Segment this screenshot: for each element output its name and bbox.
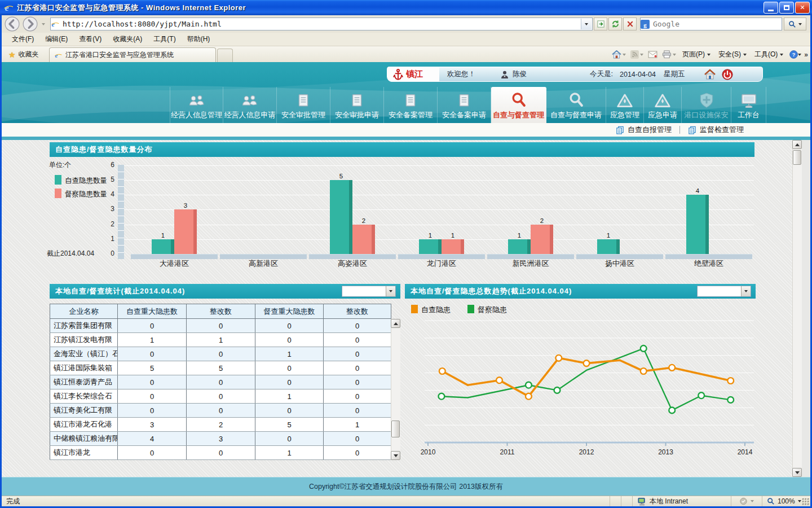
search-box[interactable]: g <box>640 17 782 30</box>
table-row-6[interactable]: 镇江奇美化工有限0000 <box>50 404 391 418</box>
compatibility-view-button[interactable] <box>594 17 607 30</box>
table-scrollbar-track[interactable] <box>391 319 400 460</box>
nav-item-安全审批申请[interactable]: 安全审批申请 <box>330 87 384 123</box>
menu-item-5[interactable]: 帮助(H) <box>182 33 216 46</box>
help-icon: ? <box>789 50 798 59</box>
nav-item-应急管理[interactable]: 应急管理 <box>606 87 644 123</box>
feeds-icon <box>630 50 639 59</box>
table-scroll-down-button[interactable] <box>391 451 400 460</box>
nav-item-应急申请[interactable]: 应急申请 <box>644 87 682 123</box>
resize-grip[interactable] <box>802 498 809 505</box>
back-button[interactable] <box>5 16 20 32</box>
stat-table: 企业名称自查重大隐患数整改数督查重大隐患数整改数 江苏索普集团有限0000江苏镇… <box>50 304 391 460</box>
table-row-8[interactable]: 中储粮镇江粮油有限4300 <box>50 432 391 446</box>
nav-item-自查与督查申请[interactable]: 自查与督查申请 <box>546 87 606 123</box>
bar-ytick-6: 6 <box>98 161 114 169</box>
page-scrollbar-thumb[interactable] <box>793 150 801 165</box>
nav-item-经营人信息管理[interactable]: 经营人信息管理 <box>170 87 223 123</box>
print-button[interactable] <box>660 49 678 60</box>
nav-item-港口设施保安: 港口设施保安 <box>682 87 731 123</box>
menu-item-4[interactable]: 工具(T) <box>148 33 181 46</box>
menu-item-1[interactable]: 编辑(E) <box>39 33 73 46</box>
browser-tab[interactable]: e 江苏省港口安全监管与应急管理系统 <box>49 47 216 62</box>
help-button[interactable]: ? <box>788 49 803 60</box>
mail-button[interactable] <box>646 50 659 59</box>
value-cell: 0 <box>187 347 255 361</box>
page-scrollbar-track[interactable] <box>792 140 802 477</box>
feeds-button[interactable] <box>629 49 645 60</box>
nav-item-label: 安全备案管理 <box>389 110 433 120</box>
table-header-0: 企业名称 <box>50 304 118 319</box>
address-dropdown[interactable] <box>581 19 592 29</box>
bar-group-高姿港区: 52 <box>308 165 397 254</box>
status-spacer-1 <box>610 496 621 506</box>
menu-item-2[interactable]: 查看(V) <box>73 33 107 46</box>
bar-unit-label: 单位:个 <box>49 160 83 170</box>
address-bar-row: e http://localhost:8080/yjpt/Main.html g <box>2 15 810 33</box>
search-go-button[interactable] <box>784 17 806 30</box>
history-dropdown[interactable] <box>39 19 47 29</box>
bar-value-label: 1 <box>436 232 470 239</box>
trend-filter-dropdown[interactable] <box>697 286 751 297</box>
trend-xtick-2011: 2011 <box>491 448 524 456</box>
stop-button[interactable] <box>623 17 637 30</box>
table-row-7[interactable]: 镇江市港龙石化港3251 <box>50 418 391 432</box>
value-cell: 0 <box>324 404 391 418</box>
protected-mode-button[interactable] <box>731 496 762 506</box>
menu-item-0[interactable]: 文件(F) <box>6 33 39 46</box>
search-icon <box>510 90 527 108</box>
command-button-1[interactable]: 安全(S) <box>715 48 750 61</box>
table-row-5[interactable]: 镇江李长荣综合石0010 <box>50 389 391 404</box>
value-cell: 2 <box>187 418 255 432</box>
logout-power-icon[interactable] <box>722 69 733 80</box>
overflow-chevron[interactable]: » <box>804 51 808 59</box>
subnav-item-自查自报管理[interactable]: 自查自报管理 <box>608 125 679 135</box>
bar-ytick-2: 2 <box>98 220 114 228</box>
current-date: 2014-04-04 <box>620 71 656 78</box>
restore-button[interactable] <box>779 2 794 14</box>
home-icon <box>612 50 621 59</box>
table-filter-dropdown[interactable] <box>342 286 396 297</box>
user-name: 陈俊 <box>513 69 527 79</box>
subnav-item-监督检查管理[interactable]: 监督检查管理 <box>680 125 752 135</box>
address-input[interactable]: e http://localhost:8080/yjpt/Main.html <box>50 17 593 30</box>
value-cell: 0 <box>118 389 187 404</box>
nav-item-安全备案管理[interactable]: 安全备案管理 <box>384 87 438 123</box>
favorites-button[interactable]: ★ 收藏夹 <box>5 48 42 61</box>
command-button-2[interactable]: 工具(O) <box>751 48 787 61</box>
company-name-cell: 金海宏业（镇江）石 <box>50 347 118 361</box>
nav-item-工作台[interactable]: 工作台 <box>731 87 766 123</box>
close-button[interactable]: ✕ <box>795 2 810 14</box>
bar-panel-title: 自查隐患/督查隐患数量分布 <box>55 144 153 155</box>
minimize-button[interactable] <box>764 2 778 14</box>
home-button[interactable] <box>610 49 628 60</box>
menu-item-3[interactable]: 收藏夹(A) <box>107 33 148 46</box>
home-shortcut-icon[interactable] <box>704 69 716 80</box>
table-row-9[interactable]: 镇江市港龙0010 <box>50 446 391 460</box>
table-row-0[interactable]: 江苏索普集团有限0000 <box>50 319 391 333</box>
table-row-2[interactable]: 金海宏业（镇江）石0010 <box>50 347 391 361</box>
page-scroll-up-button[interactable] <box>792 140 802 149</box>
page-scroll-down-button[interactable] <box>792 468 802 477</box>
value-cell: 3 <box>118 418 187 432</box>
nav-item-安全备案申请[interactable]: 安全备案申请 <box>438 87 491 123</box>
refresh-button[interactable] <box>608 17 622 30</box>
title-bar: e 江苏省港口安全监管与应急管理系统 - Windows Internet Ex… <box>0 0 812 15</box>
table-row-3[interactable]: 镇江港国际集装箱5500 <box>50 361 391 375</box>
status-bar: 完成 本地 Intranet 100% <box>2 496 810 506</box>
value-cell: 0 <box>187 389 255 404</box>
table-row-4[interactable]: 镇江恒泰沥青产品0000 <box>50 375 391 389</box>
trend-panel-title: 本地自查/督查隐患总数趋势(截止2014.04.04) <box>411 286 572 296</box>
nav-item-自查与督查管理[interactable]: 自查与督查管理 <box>491 87 546 123</box>
new-tab-stub[interactable] <box>217 49 233 62</box>
command-button-0[interactable]: 页面(P) <box>679 48 714 61</box>
nav-item-安全审批管理[interactable]: 安全审批管理 <box>277 87 330 123</box>
table-row-1[interactable]: 江苏镇江发电有限1100 <box>50 333 391 347</box>
search-input[interactable] <box>652 19 765 29</box>
table-scrollbar-thumb[interactable] <box>391 421 400 437</box>
warning-icon <box>616 90 633 108</box>
table-scroll-up-button[interactable] <box>391 319 400 328</box>
forward-button[interactable] <box>23 16 38 32</box>
tab-title: 江苏省港口安全监管与应急管理系统 <box>65 50 174 60</box>
nav-item-经营人信息申请[interactable]: 经营人信息申请 <box>223 87 277 123</box>
